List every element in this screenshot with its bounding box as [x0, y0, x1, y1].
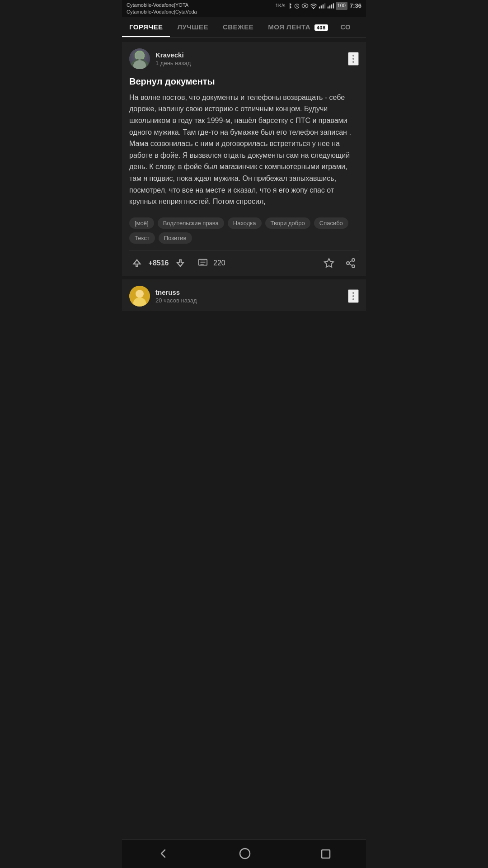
upvote-button[interactable]	[129, 256, 145, 270]
signal-icon-2	[327, 3, 334, 9]
status-bar-carrier: Cytamobile-Vodafone|YOTA Cytamobile-Voda…	[127, 2, 197, 16]
svg-line-23	[349, 260, 352, 262]
downvote-icon	[175, 258, 185, 268]
tags-container: [моё] Водительские права Находка Твори д…	[122, 214, 366, 250]
comment-count: 220	[213, 259, 225, 267]
downvote-button[interactable]	[173, 256, 188, 270]
svg-rect-5	[320, 5, 321, 8]
svg-point-20	[347, 262, 349, 264]
upvote-icon	[132, 258, 142, 268]
tag-item[interactable]: Твори добро	[265, 217, 310, 229]
tag-item[interactable]: Водительские права	[158, 217, 224, 229]
avatar-image	[129, 48, 150, 69]
menu-dot	[352, 55, 354, 57]
post-header: Kravecki 1 день назад	[122, 42, 366, 74]
time-display: 7:36	[350, 2, 361, 10]
post-menu-button[interactable]	[348, 52, 359, 66]
post-title[interactable]: Вернул документы	[122, 74, 366, 92]
tab-co[interactable]: СО	[335, 17, 356, 37]
svg-point-3	[313, 8, 314, 9]
svg-rect-11	[333, 3, 333, 8]
svg-rect-9	[329, 5, 330, 8]
share-button[interactable]	[343, 256, 359, 270]
feed-badge: 408	[314, 24, 328, 31]
comments-button[interactable]	[195, 256, 211, 270]
tab-feed[interactable]: МОЯ ЛЕНТА 408	[261, 17, 335, 37]
tag-item[interactable]: Позитив	[159, 232, 192, 244]
post-time-2: 20 часов назад	[155, 297, 197, 304]
svg-rect-7	[324, 3, 325, 8]
vote-count: +8516	[147, 259, 170, 267]
post-username-2[interactable]: tneruss	[155, 288, 197, 296]
avatar-image-2	[129, 286, 150, 307]
tab-best[interactable]: ЛУЧШЕЕ	[170, 17, 215, 37]
tab-fresh[interactable]: СВЕЖЕЕ	[216, 17, 261, 37]
post-card-2: tneruss 20 часов назад	[122, 279, 366, 311]
svg-point-2	[304, 5, 306, 7]
vote-section: +8516	[129, 256, 188, 270]
comment-icon	[198, 258, 208, 268]
post-header-2: tneruss 20 часов назад	[122, 279, 366, 311]
alarm-icon	[294, 3, 300, 9]
share-icon	[345, 258, 356, 269]
tag-item[interactable]: Спасибо	[314, 217, 348, 229]
bluetooth-icon	[287, 2, 292, 9]
tag-item[interactable]: Текст	[129, 232, 155, 244]
post-username[interactable]: Kravecki	[155, 51, 191, 59]
svg-point-13	[136, 52, 144, 60]
speed-indicator: 1K/s	[276, 2, 286, 9]
post-menu-button-2[interactable]	[348, 289, 359, 303]
avatar[interactable]	[129, 48, 150, 69]
svg-point-21	[352, 265, 355, 268]
eye-icon	[301, 3, 309, 9]
menu-dot	[352, 61, 354, 63]
status-bar-right: 1K/s	[276, 2, 361, 10]
svg-line-22	[349, 264, 352, 265]
menu-dot	[352, 298, 354, 300]
star-icon	[324, 258, 334, 269]
svg-point-19	[352, 259, 355, 261]
svg-point-25	[136, 290, 144, 298]
bookmark-button[interactable]	[321, 256, 337, 270]
wifi-icon	[310, 3, 317, 9]
menu-dot	[352, 58, 354, 60]
signal-icon-1	[319, 3, 326, 9]
comments-section: 220	[195, 256, 225, 270]
post-time: 1 день назад	[155, 60, 191, 66]
svg-rect-6	[322, 5, 323, 9]
tag-item[interactable]: [моё]	[129, 217, 154, 229]
post-card: Kravecki 1 день назад Вернул документы Н…	[122, 42, 366, 276]
svg-rect-4	[319, 7, 319, 9]
menu-dot	[352, 295, 354, 297]
tab-hot[interactable]: ГОРЯЧЕЕ	[122, 17, 170, 37]
svg-rect-10	[331, 5, 332, 9]
post-body[interactable]: На волне постов, что документы и телефон…	[122, 92, 366, 214]
battery-indicator: 100	[336, 2, 347, 9]
avatar-2[interactable]	[129, 286, 150, 307]
status-bar: Cytamobile-Vodafone|YOTA Cytamobile-Voda…	[122, 0, 366, 17]
post-actions: +8516 220	[122, 250, 366, 276]
svg-rect-8	[327, 7, 328, 9]
nav-tabs: ГОРЯЧЕЕ ЛУЧШЕЕ СВЕЖЕЕ МОЯ ЛЕНТА 408 СО	[122, 17, 366, 38]
tag-item[interactable]: Находка	[228, 217, 262, 229]
menu-dot	[352, 292, 354, 294]
